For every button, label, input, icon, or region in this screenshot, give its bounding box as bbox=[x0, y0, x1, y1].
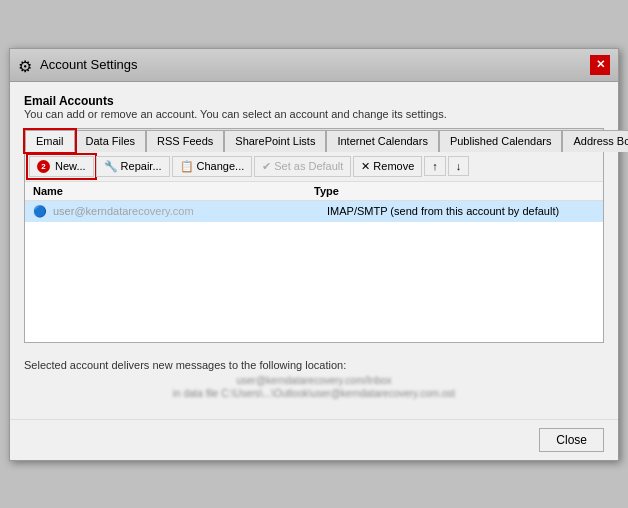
dialog-body: Email Accounts You can add or remove an … bbox=[10, 82, 618, 419]
app-icon: ⚙ bbox=[18, 57, 34, 73]
checkmark-icon: ✔ bbox=[262, 160, 271, 173]
tab-internet-calendars[interactable]: Internet Calendars bbox=[326, 130, 439, 152]
dialog-title: Account Settings bbox=[40, 57, 138, 72]
window-close-button[interactable]: ✕ bbox=[590, 55, 610, 75]
repair-icon: 🔧 bbox=[104, 160, 118, 173]
delivery-account: user@kerndatarecovery.com/Inbox bbox=[24, 375, 604, 386]
title-bar-left: ⚙ Account Settings bbox=[18, 57, 138, 73]
account-settings-dialog: ⚙ Account Settings ✕ Email Accounts You … bbox=[9, 48, 619, 461]
accounts-table: Name Type 🔵 user@kerndatarecovery.com IM… bbox=[25, 182, 603, 342]
delivery-path: in data file C:\Users\...\Outlook\user@k… bbox=[24, 388, 604, 399]
tab-internet-calendars-label: Internet Calendars bbox=[337, 135, 428, 147]
tab-email[interactable]: Email bbox=[25, 130, 75, 152]
dialog-footer: Close bbox=[10, 419, 618, 460]
table-row[interactable]: 🔵 user@kerndatarecovery.com IMAP/SMTP (s… bbox=[25, 201, 603, 222]
move-up-button[interactable]: ↑ bbox=[424, 156, 446, 176]
tabs-container: Email Data Files RSS Feeds SharePoint Li… bbox=[24, 128, 604, 343]
repair-button[interactable]: 🔧 Repair... bbox=[96, 156, 170, 177]
tab-rss-feeds-label: RSS Feeds bbox=[157, 135, 213, 147]
move-down-button[interactable]: ↓ bbox=[448, 156, 470, 176]
tabs-row: Email Data Files RSS Feeds SharePoint Li… bbox=[25, 129, 603, 152]
set-default-button[interactable]: ✔ Set as Default bbox=[254, 156, 351, 177]
tab-sharepoint-lists[interactable]: SharePoint Lists bbox=[224, 130, 326, 152]
tab-data-files-label: Data Files bbox=[86, 135, 136, 147]
tab-sharepoint-lists-label: SharePoint Lists bbox=[235, 135, 315, 147]
tab-data-files[interactable]: Data Files bbox=[75, 130, 147, 152]
col-header-name: Name bbox=[33, 185, 314, 197]
change-icon: 📋 bbox=[180, 160, 194, 173]
tab-published-calendars-label: Published Calendars bbox=[450, 135, 552, 147]
change-button[interactable]: 📋 Change... bbox=[172, 156, 253, 177]
down-arrow-icon: ↓ bbox=[456, 160, 462, 172]
account-type: IMAP/SMTP (send from this account by def… bbox=[327, 205, 595, 217]
tab-email-label: Email bbox=[36, 135, 64, 147]
close-button[interactable]: Close bbox=[539, 428, 604, 452]
header-section: Email Accounts You can add or remove an … bbox=[24, 94, 604, 120]
email-toolbar: 2 New... 🔧 Repair... 📋 Change... ✔ Set a… bbox=[25, 152, 603, 182]
remove-button[interactable]: ✕ Remove bbox=[353, 156, 422, 177]
section-description: You can add or remove an account. You ca… bbox=[24, 108, 604, 120]
change-label: Change... bbox=[197, 160, 245, 172]
remove-label: Remove bbox=[373, 160, 414, 172]
tab-published-calendars[interactable]: Published Calendars bbox=[439, 130, 563, 152]
tab-address-books[interactable]: Address Books bbox=[562, 130, 628, 152]
title-bar: ⚙ Account Settings ✕ bbox=[10, 49, 618, 82]
delivery-label: Selected account delivers new messages t… bbox=[24, 359, 604, 371]
repair-label: Repair... bbox=[121, 160, 162, 172]
new-badge: 2 bbox=[37, 160, 50, 173]
section-title: Email Accounts bbox=[24, 94, 604, 108]
table-header: Name Type bbox=[25, 182, 603, 201]
account-icon: 🔵 bbox=[33, 205, 47, 218]
tab-address-books-label: Address Books bbox=[573, 135, 628, 147]
new-button-label: New... bbox=[55, 160, 86, 172]
set-default-label: Set as Default bbox=[274, 160, 343, 172]
remove-icon: ✕ bbox=[361, 160, 370, 173]
up-arrow-icon: ↑ bbox=[432, 160, 438, 172]
delivery-section: Selected account delivers new messages t… bbox=[24, 351, 604, 407]
col-header-type: Type bbox=[314, 185, 595, 197]
account-email: user@kerndatarecovery.com bbox=[53, 205, 321, 217]
tab-rss-feeds[interactable]: RSS Feeds bbox=[146, 130, 224, 152]
new-account-button[interactable]: 2 New... bbox=[29, 156, 94, 177]
